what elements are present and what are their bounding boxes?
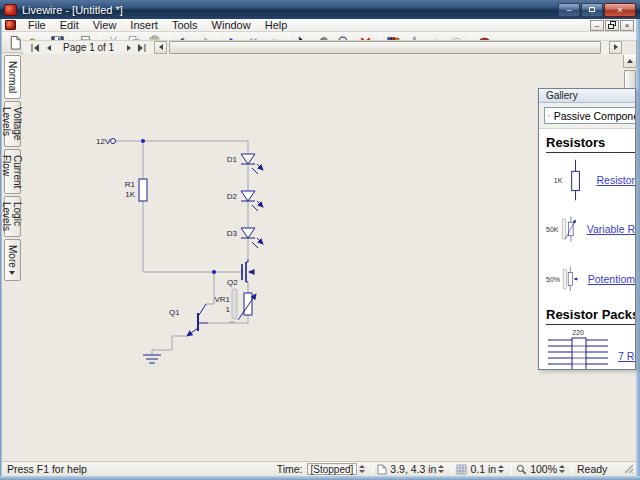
led-d2[interactable] xyxy=(241,191,263,211)
transistor-q1[interactable] xyxy=(187,304,208,336)
gallery-panel: Gallery Passive Components Resistors 1K … xyxy=(538,88,636,370)
menu-bar: File Edit View Insert Tools Window Help … xyxy=(2,19,636,32)
menu-edit[interactable]: Edit xyxy=(53,19,86,32)
minimize-button[interactable]: – xyxy=(558,3,580,17)
mosfet-q2[interactable] xyxy=(241,259,253,282)
horizontal-scroll-thumb[interactable] xyxy=(169,41,601,54)
gallery-item-potentiometer[interactable]: 50% Potentiom xyxy=(546,255,635,303)
item-link-potentiometer[interactable]: Potentiom xyxy=(588,273,635,285)
last-page-button[interactable] xyxy=(135,42,148,54)
scroll-right-button[interactable] xyxy=(609,41,622,54)
heading-rule xyxy=(546,152,636,153)
grid-icon xyxy=(456,464,467,475)
window-border-left xyxy=(0,19,2,480)
menu-tools[interactable]: Tools xyxy=(165,19,205,32)
first-page-button[interactable] xyxy=(29,42,42,54)
tab-normal-label: Normal xyxy=(7,61,18,93)
menu-view[interactable]: View xyxy=(86,19,124,32)
view-tab-strip: Normal Voltage Levels Current Flow Logic… xyxy=(2,53,23,55)
category-dropdown-value: Passive Components xyxy=(554,110,636,122)
arrow-right-icon xyxy=(127,45,131,51)
zoom-level-value: 100% xyxy=(530,463,557,475)
close-button[interactable]: × xyxy=(604,3,636,17)
category-dropdown[interactable]: Passive Components xyxy=(544,107,636,124)
time-spinner[interactable] xyxy=(359,465,365,473)
tab-more[interactable]: More xyxy=(4,239,21,281)
arrow-right-icon xyxy=(614,44,618,50)
tab-voltage-levels[interactable]: Voltage Levels xyxy=(4,101,21,146)
gallery-title: Gallery xyxy=(546,90,578,101)
status-separator xyxy=(372,464,373,475)
r1-ref-label: R1 xyxy=(125,180,136,189)
r1-value-label: 1K xyxy=(125,190,135,199)
ground-symbol[interactable] xyxy=(143,355,161,363)
horizontal-scrollbar[interactable] xyxy=(154,41,636,55)
item-link-resistor[interactable]: Resistor xyxy=(596,174,635,186)
d3-label: D3 xyxy=(227,229,238,238)
arrow-left-icon xyxy=(47,45,51,51)
position-icon xyxy=(377,464,387,475)
vr1-ref-label: VR1 xyxy=(214,295,230,304)
item-value: 50K xyxy=(546,226,558,233)
tab-current-flow[interactable]: Current Flow xyxy=(4,149,21,194)
tab-current-flow-label: Current Flow xyxy=(1,155,23,188)
scroll-left-button[interactable] xyxy=(154,41,167,54)
mdi-close-button[interactable]: × xyxy=(620,20,634,31)
resistor-pack-symbol-icon xyxy=(546,336,610,370)
tab-voltage-levels-label: Voltage Levels xyxy=(1,107,23,140)
vr1-value-label: 1 xyxy=(226,305,231,314)
previous-page-button[interactable] xyxy=(42,42,55,54)
scrollbar-corner xyxy=(622,41,636,55)
arrow-left-icon xyxy=(159,44,163,50)
item-value: 1K xyxy=(546,177,562,184)
title-bar: Livewire - [Untitled *] – × xyxy=(0,0,640,19)
zoom-spinner[interactable] xyxy=(559,465,565,473)
gallery-title-bar[interactable]: Gallery xyxy=(539,89,635,103)
next-page-button[interactable] xyxy=(122,42,135,54)
led-d3[interactable] xyxy=(241,228,263,248)
gallery-item-variable-resistor[interactable]: 50K Variable R xyxy=(546,205,635,253)
ready-status: Ready xyxy=(577,463,615,475)
status-separator xyxy=(511,464,512,475)
schematic-canvas[interactable]: 12V R1 1K D1 D2 D3 Q2 VR1 1 Q1 Page 1 of… xyxy=(23,53,636,54)
simulation-time-value: [Stopped] xyxy=(307,463,358,475)
gallery-item-resistor[interactable]: 1K Resistor xyxy=(546,157,635,203)
grid-spinner[interactable] xyxy=(498,465,504,473)
menu-help[interactable]: Help xyxy=(258,19,295,32)
tab-logic-levels[interactable]: Logic Levels xyxy=(4,196,21,237)
q1-label: Q1 xyxy=(169,308,180,317)
led-d1[interactable] xyxy=(241,154,263,174)
mdi-restore-button[interactable] xyxy=(605,20,619,31)
chevron-down-icon xyxy=(9,271,15,275)
potentiometer-symbol-icon xyxy=(561,255,580,303)
variable-resistor-symbol-icon xyxy=(559,205,578,253)
resistor-r1[interactable] xyxy=(139,179,147,201)
window-border-right xyxy=(636,19,640,480)
folder-icon xyxy=(548,110,550,121)
menu-file[interactable]: File xyxy=(21,19,53,32)
mdi-minimize-button[interactable]: – xyxy=(590,20,604,31)
item-link-resistor-pack[interactable]: 7 Resistor xyxy=(618,350,636,362)
d1-label: D1 xyxy=(227,155,238,164)
scroll-up-button[interactable] xyxy=(623,54,637,68)
menu-window[interactable]: Window xyxy=(205,19,258,32)
status-help-text: Press F1 for help xyxy=(7,463,277,475)
menu-insert[interactable]: Insert xyxy=(123,19,165,32)
gallery-item-resistor-pack[interactable]: 220 7 Resistor xyxy=(546,329,635,370)
maximize-button[interactable] xyxy=(581,3,603,17)
item-link-variable-resistor[interactable]: Variable R xyxy=(587,223,635,235)
tab-normal[interactable]: Normal xyxy=(4,55,21,99)
variable-resistor-vr1[interactable] xyxy=(229,289,256,322)
page-indicator: Page 1 of 1 xyxy=(63,42,114,53)
zoom-icon xyxy=(516,464,527,475)
status-bar: Press F1 for help Time: [Stopped] 3.9, 4… xyxy=(2,461,636,476)
position-spinner[interactable] xyxy=(438,465,444,473)
status-separator xyxy=(451,464,452,475)
circuit-drawing: 12V R1 1K D1 D2 D3 Q2 VR1 1 Q1 xyxy=(23,54,621,447)
junction-dot xyxy=(141,139,145,143)
resize-grip[interactable] xyxy=(623,463,634,476)
junction-dot xyxy=(212,270,216,274)
grid-size-value: 0.1 in xyxy=(470,463,496,475)
supply-terminal[interactable] xyxy=(111,139,116,144)
q2-label: Q2 xyxy=(227,278,238,287)
